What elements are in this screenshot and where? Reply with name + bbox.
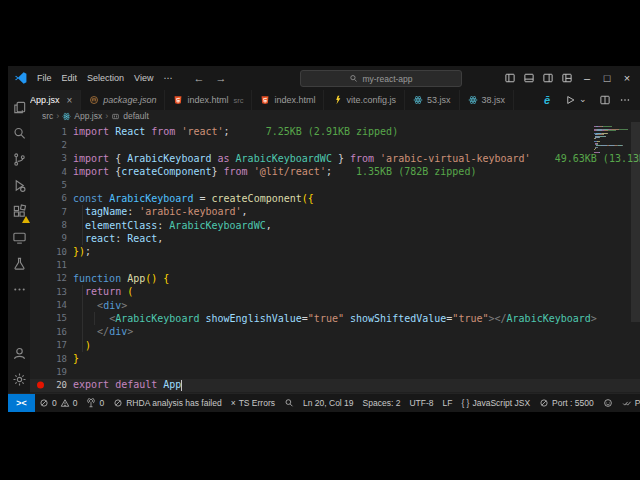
code-line-2[interactable]: 2 [30, 138, 640, 151]
run-icon[interactable] [564, 94, 576, 106]
tab-vite-config-js[interactable]: vite.config.js [324, 90, 405, 110]
breadcrumb-item-app-jsx[interactable]: App.jsx [62, 111, 102, 121]
activitybar-settings[interactable] [8, 368, 30, 394]
activitybar-testing[interactable] [8, 252, 30, 278]
status-feedback[interactable] [598, 398, 617, 408]
code-text: import React from 'react'; 7.25KB (2.91K… [73, 126, 398, 137]
code-line-9[interactable]: 9 react: React, [30, 232, 640, 245]
code-line-5[interactable]: 5 [30, 178, 640, 191]
line-number[interactable]: 2 [30, 140, 67, 150]
line-number[interactable]: 7 [30, 207, 67, 217]
code-line-20[interactable]: 20export default App [30, 379, 640, 392]
code-line-10[interactable]: 10}); [30, 245, 640, 258]
status-cursor-position[interactable]: Ln 20, Col 19 [299, 394, 359, 412]
activitybar-remote-explorer[interactable] [8, 226, 30, 252]
menu-file[interactable]: File [32, 73, 57, 83]
line-number[interactable]: 3 [30, 153, 67, 163]
line-number[interactable]: 16 [30, 327, 67, 337]
menu-more[interactable]: ⋯ [158, 73, 177, 83]
code-line-8[interactable]: 8 elementClass: ArabicKeyboardWC, [30, 218, 640, 231]
line-number[interactable]: 17 [30, 340, 67, 350]
code-line-12[interactable]: 12function App() { [30, 272, 640, 285]
tab-index-html[interactable]: index.html [252, 90, 324, 110]
split-editor-icon[interactable] [599, 94, 611, 106]
status-language-mode[interactable]: { }JavaScript JSX [457, 394, 535, 412]
menu-edit[interactable]: Edit [57, 73, 83, 83]
run-dropdown-icon[interactable]: ⌄ [579, 94, 591, 106]
activitybar-explorer[interactable] [8, 96, 30, 122]
status-remote[interactable]: >< [8, 394, 35, 412]
status-problems[interactable]: 00 [35, 394, 82, 412]
line-number[interactable]: 15 [30, 313, 67, 323]
close-button[interactable]: × [621, 72, 633, 84]
status-ts-errors[interactable]: ×TS Errors [226, 394, 279, 412]
layout-custom-toggle[interactable] [561, 72, 573, 84]
tab-package-json[interactable]: package.json [81, 90, 165, 110]
menu-selection[interactable]: Selection [82, 73, 129, 83]
scrollbar[interactable] [631, 122, 640, 322]
more-actions-icon[interactable] [619, 94, 631, 106]
status-search[interactable] [280, 398, 299, 408]
breadcrumb-item-default[interactable]: default [111, 111, 149, 121]
status-prettier[interactable]: Prettier [617, 394, 640, 412]
code-line-13[interactable]: 13 return ( [30, 285, 640, 298]
line-number[interactable]: 4 [30, 167, 67, 177]
breadcrumb-separator: › [56, 111, 59, 121]
line-number[interactable]: 10 [30, 247, 67, 257]
line-number[interactable]: 13 [30, 287, 67, 297]
activitybar-source-control[interactable] [8, 148, 30, 174]
layout-sidebar-toggle[interactable] [504, 72, 516, 84]
code-line-14[interactable]: 14 <div> [30, 298, 640, 311]
activitybar-accounts[interactable] [8, 342, 30, 368]
status-eol[interactable]: LF [438, 394, 457, 412]
minimize-button[interactable]: – [581, 72, 593, 84]
live-preview-icon[interactable]: ē [544, 94, 556, 106]
minimap[interactable] [594, 126, 628, 154]
editor: 1import React from 'react'; 7.25KB (2.91… [30, 122, 640, 394]
maximize-button[interactable]: □ [601, 72, 613, 84]
line-number[interactable]: 20 [30, 380, 67, 390]
line-number[interactable]: 8 [30, 220, 67, 230]
layout-sidebar-right-toggle[interactable] [542, 72, 554, 84]
nav-back-icon[interactable]: ← [193, 72, 204, 84]
status-indentation[interactable]: Spaces: 2 [358, 394, 405, 412]
code-line-18[interactable]: 18} [30, 352, 640, 365]
activitybar-search[interactable] [8, 122, 30, 148]
status-encoding[interactable]: UTF-8 [405, 394, 438, 412]
command-center-search[interactable]: my-react-app [300, 70, 462, 87]
line-number[interactable]: 11 [30, 260, 67, 270]
breadcrumb-item-src[interactable]: src [42, 111, 53, 121]
line-number[interactable]: 5 [30, 180, 67, 190]
line-number[interactable]: 6 [30, 193, 67, 203]
code-line-7[interactable]: 7 tagName: 'arabic-keyboard', [30, 205, 640, 218]
line-number[interactable]: 12 [30, 273, 67, 283]
code-line-16[interactable]: 16 </div> [30, 325, 640, 338]
line-number[interactable]: 19 [30, 367, 67, 377]
tab-38-jsx[interactable]: 38.jsx [460, 90, 515, 110]
status-live-server-port[interactable]: Port : 5500 [535, 394, 599, 412]
activitybar-more[interactable] [8, 278, 30, 304]
tab-53-jsx[interactable]: 53.jsx [405, 90, 460, 110]
code-line-17[interactable]: 17 ) [30, 339, 640, 352]
line-number[interactable]: 1 [30, 127, 67, 137]
nav-forward-icon[interactable]: → [215, 72, 226, 84]
menu-view[interactable]: View [129, 73, 158, 83]
close-icon[interactable]: × [67, 95, 73, 106]
code-line-15[interactable]: 15 <ArabicKeyboard showEnglishValue="tru… [30, 312, 640, 325]
code-line-3[interactable]: 3import { ArabicKeyboard as ArabicKeyboa… [30, 152, 640, 165]
activitybar-extensions[interactable] [8, 200, 30, 226]
layout-panel-toggle[interactable] [523, 72, 535, 84]
code-line-4[interactable]: 4import {createComponent} from '@lit/rea… [30, 165, 640, 178]
code-line-11[interactable]: 11 [30, 258, 640, 271]
line-number[interactable]: 18 [30, 354, 67, 364]
status-ports[interactable]: 0 [82, 394, 109, 412]
code-line-6[interactable]: 6const ArabicKeyboard = createComponent(… [30, 192, 640, 205]
breakpoint-icon[interactable] [37, 382, 44, 389]
status-rhda-status[interactable]: RHDA analysis has failed [109, 394, 226, 412]
activitybar-run-and-debug[interactable] [8, 174, 30, 200]
line-number[interactable]: 14 [30, 300, 67, 310]
tab-index-html[interactable]: index.htmlsrc [165, 90, 252, 110]
code-line-19[interactable]: 19 [30, 365, 640, 378]
line-number[interactable]: 9 [30, 233, 67, 243]
code-line-1[interactable]: 1import React from 'react'; 7.25KB (2.91… [30, 125, 640, 138]
